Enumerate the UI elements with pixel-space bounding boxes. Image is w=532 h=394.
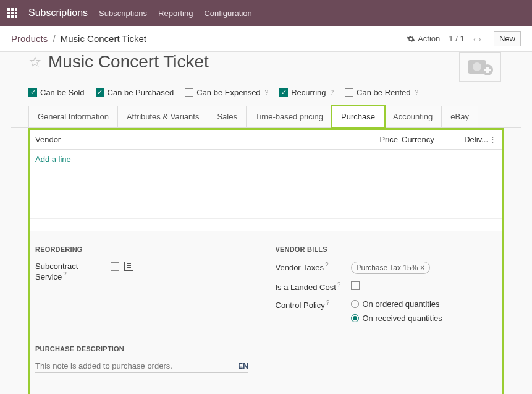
add-line-link[interactable]: Add a line [30, 150, 502, 169]
checkbox-icon [185, 88, 193, 97]
page-title: ☆ Music Concert Ticket [28, 52, 209, 72]
header-actions: Action 1 / 1 ‹ › New [407, 31, 521, 46]
svg-rect-3 [7, 12, 10, 14]
help-icon[interactable]: ? [325, 262, 329, 268]
table-empty-row [30, 169, 502, 218]
label: Vendor Taxes? [276, 262, 344, 272]
breadcrumb-sep: / [53, 33, 55, 44]
product-image-placeholder[interactable] [459, 52, 501, 82]
description-text: This note is added to purchase orders. [35, 361, 172, 370]
kebab-icon[interactable]: ⋮ [488, 135, 497, 144]
svg-rect-0 [7, 8, 10, 11]
label: Subcontract Service? [35, 262, 103, 281]
col-delivery[interactable]: Deliv... [451, 135, 488, 144]
checkbox-icon: ✓ [96, 88, 104, 97]
radio-ordered-quantities[interactable]: On ordered quantities [351, 299, 497, 309]
checkbox-icon [345, 88, 353, 97]
col-vendor[interactable]: Vendor [35, 135, 367, 144]
help-icon[interactable]: ? [326, 299, 330, 306]
check-can-be-expensed[interactable]: Can be Expensed? [185, 88, 268, 97]
content: ☆ Music Concert Ticket ✓Can be Sold ✓Can… [0, 52, 532, 394]
list-view-icon[interactable] [124, 262, 133, 271]
breadcrumb-bar: Products / Music Concert Ticket Action 1… [0, 26, 532, 52]
field-subcontract-service: Subcontract Service? [35, 262, 257, 281]
checkbox-icon: ✓ [279, 88, 288, 97]
title-bar: ☆ Music Concert Ticket [11, 52, 521, 82]
purchase-description-section: PURCHASE DESCRIPTION This note is added … [30, 341, 502, 373]
radio-icon [351, 314, 359, 322]
options-row: ✓Can be Sold ✓Can be Purchased Can be Ex… [11, 82, 521, 106]
form-columns: REORDERING Subcontract Service? VENDOR B… [30, 231, 502, 341]
label: Control Policy? [276, 299, 344, 310]
tab-ebay[interactable]: eBay [441, 106, 478, 127]
pager-count: 1 / 1 [449, 34, 464, 43]
new-button[interactable]: New [494, 31, 521, 46]
vendor-table: Vendor Price Currency Deliv... ⋮ Add a l… [30, 130, 502, 231]
action-menu[interactable]: Action [407, 34, 440, 43]
vendor-bills-section: VENDOR BILLS Vendor Taxes? Purchase Tax … [276, 246, 497, 335]
svg-rect-2 [15, 8, 17, 11]
check-can-be-rented[interactable]: Can be Rented? [345, 88, 418, 97]
check-can-be-purchased[interactable]: ✓Can be Purchased [96, 88, 174, 97]
table-body: Add a line [30, 150, 502, 231]
tabs: General Information Attributes & Variant… [11, 106, 521, 128]
table-header: Vendor Price Currency Deliv... ⋮ [30, 130, 502, 150]
pager-prev-icon[interactable]: ‹ [473, 34, 476, 44]
tab-sales[interactable]: Sales [208, 106, 247, 127]
check-recurring[interactable]: ✓Recurring? [279, 88, 334, 97]
svg-rect-8 [15, 15, 17, 18]
gear-icon [407, 35, 415, 43]
apps-icon[interactable] [7, 8, 17, 18]
radio-received-quantities[interactable]: On received quantities [351, 314, 497, 323]
checkbox-landed-cost[interactable] [351, 281, 360, 290]
radio-icon [351, 300, 359, 308]
favorite-star-icon[interactable]: ☆ [28, 53, 42, 71]
tab-time-based-pricing[interactable]: Time-based pricing [246, 106, 332, 127]
breadcrumb: Products / Music Concert Ticket [11, 33, 146, 44]
help-icon[interactable]: ? [63, 271, 67, 278]
nav-configuration[interactable]: Configuration [204, 9, 251, 18]
svg-rect-13 [484, 69, 491, 71]
nav-reporting[interactable]: Reporting [158, 9, 193, 18]
product-name[interactable]: Music Concert Ticket [48, 52, 209, 72]
field-vendor-taxes: Vendor Taxes? Purchase Tax 15%× [276, 262, 497, 274]
remove-tag-icon[interactable]: × [420, 263, 424, 272]
svg-rect-7 [11, 15, 14, 18]
language-toggle[interactable]: EN [238, 362, 248, 370]
nav-subscriptions[interactable]: Subscriptions [99, 9, 147, 18]
tab-accounting[interactable]: Accounting [384, 106, 442, 127]
warning-section: WARNING WHEN PURCHASING THIS PRODUCT [30, 373, 502, 394]
check-can-be-sold[interactable]: ✓Can be Sold [28, 88, 85, 97]
tax-tag[interactable]: Purchase Tax 15%× [351, 262, 431, 274]
help-icon[interactable]: ? [337, 281, 341, 288]
svg-point-10 [473, 62, 481, 71]
tab-attributes-variants[interactable]: Attributes & Variants [117, 106, 209, 127]
svg-rect-4 [11, 12, 14, 14]
pager-arrows: ‹ › [473, 34, 481, 44]
app-name[interactable]: Subscriptions [28, 7, 88, 19]
help-icon[interactable]: ? [331, 89, 334, 96]
breadcrumb-root[interactable]: Products [11, 33, 48, 44]
label: Is a Landed Cost? [276, 281, 344, 292]
pager-next-icon[interactable]: › [478, 34, 481, 44]
top-nav: Subscriptions Subscriptions Reporting Co… [0, 0, 532, 26]
purchase-pane: Vendor Price Currency Deliv... ⋮ Add a l… [28, 128, 504, 394]
breadcrumb-current: Music Concert Ticket [61, 33, 146, 44]
section-title: VENDOR BILLS [276, 246, 497, 253]
col-currency[interactable]: Currency [402, 135, 451, 144]
table-empty-row [30, 218, 502, 231]
tab-purchase[interactable]: Purchase [332, 106, 384, 127]
field-landed-cost: Is a Landed Cost? [276, 281, 497, 292]
section-title: REORDERING [35, 246, 257, 253]
tab-general-information[interactable]: General Information [28, 106, 118, 127]
checkbox-subcontract[interactable] [111, 262, 119, 271]
help-icon[interactable]: ? [265, 89, 269, 96]
purchase-description-field[interactable]: This note is added to purchase orders. E… [35, 361, 248, 373]
help-icon[interactable]: ? [415, 89, 419, 96]
col-price[interactable]: Price [367, 135, 398, 144]
camera-plus-icon [467, 56, 494, 77]
section-title: PURCHASE DESCRIPTION [35, 345, 497, 353]
svg-rect-5 [15, 12, 17, 14]
checkbox-icon: ✓ [28, 88, 37, 97]
svg-rect-6 [7, 15, 10, 18]
